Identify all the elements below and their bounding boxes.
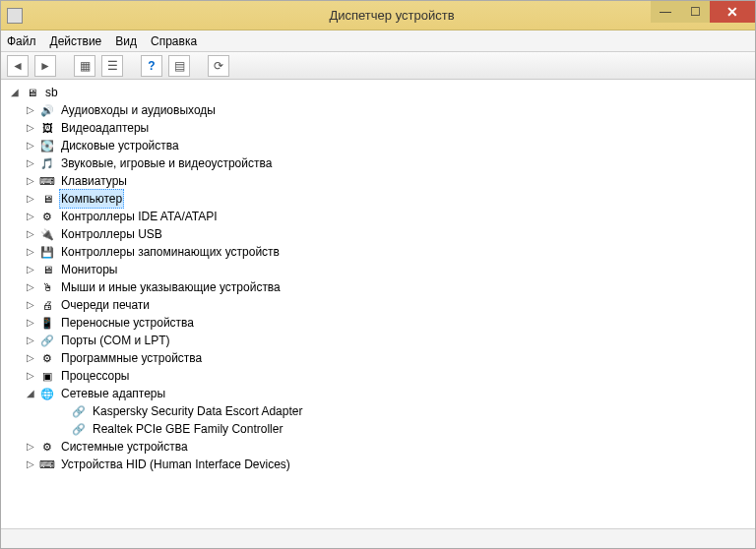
tree-category-9[interactable]: ▷🖥Мониторы — [7, 261, 749, 278]
tree-category-3[interactable]: ▷🎵Звуковые, игровые и видеоустройства — [7, 154, 749, 172]
expand-icon[interactable]: ▷ — [25, 299, 36, 311]
tree-category-1-label: Видеоадаптеры — [59, 119, 151, 137]
tree-category-17-label: Системные устройства — [59, 438, 190, 456]
expand-icon[interactable]: ▷ — [25, 246, 36, 258]
refresh-button[interactable]: ⟳ — [208, 55, 229, 77]
tree-category-4-label: Клавиатуры — [59, 172, 129, 190]
tree-category-17[interactable]: ▷⚙Системные устройства — [7, 438, 749, 456]
window-title: Диспетчер устройств — [29, 8, 755, 23]
tree-category-14[interactable]: ▷⚙Программные устройства — [7, 349, 749, 367]
tree-category-0-label: Аудиовходы и аудиовыходы — [59, 101, 218, 119]
tree-device-16-1[interactable]: ▷🔗Realtek PCIe GBE Family Controller — [7, 420, 749, 438]
tree-device-16-1-icon: 🔗 — [71, 421, 87, 437]
tree-category-13-icon: 🔗 — [39, 333, 55, 348]
tree-category-6[interactable]: ▷⚙Контроллеры IDE ATA/ATAPI — [7, 208, 749, 225]
tree-category-12-icon: 📱 — [39, 315, 55, 331]
show-hidden-button[interactable]: ▦ — [74, 55, 95, 77]
tree-category-3-label: Звуковые, игровые и видеоустройства — [59, 154, 274, 172]
tree-category-2[interactable]: ▷💽Дисковые устройства — [7, 137, 749, 154]
tree-category-2-icon: 💽 — [39, 138, 55, 153]
tree-category-13-label: Порты (COM и LPT) — [59, 332, 172, 349]
tree-category-18[interactable]: ▷⌨Устройства HID (Human Interface Device… — [7, 456, 749, 473]
window-controls: — ☐ ✕ — [651, 1, 755, 23]
expand-icon[interactable]: ▷ — [25, 157, 36, 169]
tree-category-9-icon: 🖥 — [39, 262, 55, 277]
tree-category-5-icon: 🖥 — [39, 191, 55, 207]
menu-action[interactable]: Действие — [50, 34, 102, 48]
tree-category-17-icon: ⚙ — [39, 439, 55, 455]
expand-icon[interactable]: ▷ — [25, 140, 36, 152]
tree-category-16[interactable]: ◢🌐Сетевые адаптеры — [7, 385, 749, 402]
expand-icon[interactable]: ▷ — [25, 352, 36, 364]
expand-icon[interactable]: ▷ — [25, 317, 36, 329]
tree-device-16-0-icon: 🔗 — [71, 403, 87, 419]
tree-category-11-label: Очереди печати — [59, 296, 152, 314]
tree-root-label: sb — [43, 84, 60, 101]
tree-category-10-label: Мыши и иные указывающие устройства — [59, 278, 283, 296]
tree-category-12-label: Переносные устройства — [59, 314, 196, 332]
statusbar — [1, 528, 755, 549]
tree-category-10[interactable]: ▷🖱Мыши и иные указывающие устройства — [7, 278, 749, 296]
tree-category-7-label: Контроллеры USB — [59, 225, 164, 243]
tree-root-icon: 🖥 — [24, 85, 39, 100]
expand-icon[interactable]: ▷ — [25, 458, 36, 470]
tree-category-0[interactable]: ▷🔊Аудиовходы и аудиовыходы — [7, 101, 749, 119]
back-button[interactable]: ◄ — [7, 55, 29, 77]
properties-button[interactable]: ☰ — [101, 55, 123, 77]
device-tree[interactable]: ◢🖥sb▷🔊Аудиовходы и аудиовыходы▷🖼Видеоада… — [1, 80, 755, 528]
tree-category-7[interactable]: ▷🔌Контроллеры USB — [7, 225, 749, 243]
tree-category-12[interactable]: ▷📱Переносные устройства — [7, 314, 749, 332]
menu-file[interactable]: Файл — [7, 34, 36, 48]
tree-device-16-0[interactable]: ▷🔗Kaspersky Security Data Escort Adapter — [7, 402, 749, 420]
forward-button[interactable]: ► — [34, 55, 56, 77]
expand-icon[interactable]: ▷ — [25, 193, 36, 205]
tree-root[interactable]: ◢🖥sb — [7, 84, 749, 101]
tree-category-8-label: Контроллеры запоминающих устройств — [59, 243, 282, 261]
tree-category-8-icon: 💾 — [39, 244, 55, 260]
tree-category-6-icon: ⚙ — [39, 209, 55, 224]
tree-category-18-icon: ⌨ — [39, 457, 55, 472]
tree-category-9-label: Мониторы — [59, 261, 119, 278]
tree-category-2-label: Дисковые устройства — [59, 137, 181, 154]
tree-category-4[interactable]: ▷⌨Клавиатуры — [7, 172, 749, 190]
tree-category-11[interactable]: ▷🖨Очереди печати — [7, 296, 749, 314]
tree-category-1-icon: 🖼 — [39, 120, 55, 136]
scan-button[interactable]: ▤ — [168, 55, 190, 77]
expand-icon[interactable]: ▷ — [25, 175, 36, 187]
tree-category-1[interactable]: ▷🖼Видеоадаптеры — [7, 119, 749, 137]
app-icon — [7, 8, 23, 24]
expand-icon[interactable]: ▷ — [25, 264, 36, 275]
collapse-icon[interactable]: ◢ — [9, 87, 21, 98]
menu-view[interactable]: Вид — [115, 34, 137, 48]
close-button[interactable]: ✕ — [710, 1, 755, 23]
tree-category-15[interactable]: ▷▣Процессоры — [7, 367, 749, 385]
expand-icon[interactable]: ▷ — [25, 211, 36, 222]
menu-help[interactable]: Справка — [151, 34, 197, 48]
expand-icon[interactable]: ▷ — [25, 228, 36, 240]
tree-category-15-label: Процессоры — [59, 367, 132, 385]
titlebar: Диспетчер устройств — ☐ ✕ — [1, 1, 755, 30]
maximize-button[interactable]: ☐ — [680, 1, 710, 23]
expand-icon[interactable]: ▷ — [25, 104, 36, 116]
tree-category-8[interactable]: ▷💾Контроллеры запоминающих устройств — [7, 243, 749, 261]
tree-category-3-icon: 🎵 — [39, 155, 55, 171]
expand-icon[interactable]: ▷ — [25, 122, 36, 134]
tree-category-7-icon: 🔌 — [39, 226, 55, 242]
minimize-button[interactable]: — — [651, 1, 680, 23]
tree-category-5-label: Компьютер — [59, 189, 124, 209]
tree-category-6-label: Контроллеры IDE ATA/ATAPI — [59, 208, 220, 225]
tree-device-16-1-label: Realtek PCIe GBE Family Controller — [91, 420, 284, 438]
tree-category-13[interactable]: ▷🔗Порты (COM и LPT) — [7, 332, 749, 349]
expand-icon[interactable]: ▷ — [25, 335, 36, 346]
expand-icon[interactable]: ▷ — [25, 281, 36, 293]
tree-category-14-icon: ⚙ — [39, 350, 55, 366]
collapse-icon[interactable]: ◢ — [25, 388, 36, 399]
expand-icon[interactable]: ▷ — [25, 370, 36, 382]
help-button[interactable]: ? — [141, 55, 162, 77]
tree-category-10-icon: 🖱 — [39, 279, 55, 295]
tree-category-4-icon: ⌨ — [39, 173, 55, 189]
expand-icon[interactable]: ▷ — [25, 441, 36, 453]
tree-category-14-label: Программные устройства — [59, 349, 204, 367]
tree-category-0-icon: 🔊 — [39, 102, 55, 118]
tree-category-5[interactable]: ▷🖥Компьютер — [7, 190, 749, 208]
